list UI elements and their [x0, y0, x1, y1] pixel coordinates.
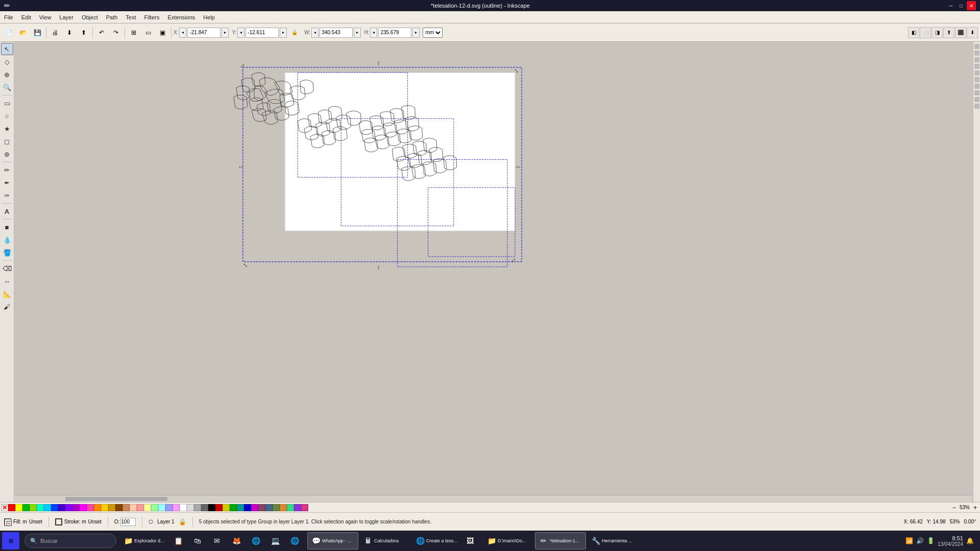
tweak-tool[interactable]: ⊕ — [1, 68, 13, 81]
undo-button[interactable]: ↶ — [95, 26, 108, 39]
taskbar-calculator[interactable]: 🖩 Calculadora — [359, 532, 410, 549]
snap-btn-1[interactable] — [974, 44, 979, 49]
restore-button[interactable]: □ — [957, 1, 966, 10]
color-darkblue[interactable] — [244, 504, 251, 511]
menu-view[interactable]: View — [35, 11, 56, 23]
redo-button[interactable]: ↷ — [109, 26, 122, 39]
h-down[interactable]: ◂ — [370, 28, 377, 38]
align-right-button[interactable]: ◨ — [932, 27, 943, 38]
color-extra4[interactable] — [280, 504, 287, 511]
box3d-tool[interactable]: ◻ — [1, 135, 13, 147]
eyedropper-tool[interactable]: 💧 — [1, 234, 13, 246]
color-peach[interactable] — [130, 504, 137, 511]
color-magenta[interactable] — [80, 504, 87, 511]
snap-btn-3[interactable] — [974, 57, 979, 62]
color-extra1[interactable] — [258, 504, 265, 511]
color-lightred[interactable] — [137, 504, 144, 511]
taskbar-whatsapp[interactable]: 💬 WhatsApp - ... — [307, 532, 358, 549]
color-darkcyan[interactable] — [237, 504, 244, 511]
color-tan[interactable] — [122, 504, 130, 511]
color-lightyellow[interactable] — [144, 504, 151, 511]
network-icon[interactable]: 📶 — [905, 537, 913, 544]
x-input[interactable] — [187, 28, 220, 38]
color-purple[interactable] — [72, 504, 80, 511]
taskbar-edge[interactable]: 🌐 — [249, 532, 267, 549]
close-button[interactable]: ✕ — [967, 1, 976, 10]
color-orange[interactable] — [94, 504, 101, 511]
pencil-tool[interactable]: ✏ — [1, 164, 13, 176]
color-lime[interactable] — [30, 504, 37, 511]
start-button[interactable]: ⊞ — [2, 532, 19, 549]
w-up[interactable]: ▸ — [354, 28, 361, 38]
text-tool[interactable]: A — [1, 205, 13, 217]
gradient-tool[interactable]: ■ — [1, 221, 13, 233]
h-up[interactable]: ▸ — [412, 28, 420, 38]
canvas-area[interactable]: ↔ ↔ ↔ ↔ ↕ ↕ ↔ ↔ — [14, 42, 980, 502]
color-blue[interactable] — [51, 504, 58, 511]
battery-icon[interactable]: 🔋 — [927, 537, 935, 544]
snap-btn-4[interactable] — [974, 64, 979, 69]
color-green[interactable] — [22, 504, 30, 511]
color-cyan[interactable] — [44, 504, 51, 511]
snap-btn-6[interactable] — [974, 77, 979, 82]
zoom-tool[interactable]: 🔍 — [1, 81, 13, 93]
h-input[interactable] — [378, 28, 411, 38]
zoom-fit-button[interactable]: ⊞ — [127, 26, 140, 39]
menu-file[interactable]: File — [0, 11, 17, 23]
snap-btn-8[interactable] — [974, 90, 979, 95]
unit-selector[interactable]: mmpxcmin — [423, 28, 443, 38]
rect-tool[interactable]: ▭ — [1, 97, 13, 109]
ellipse-tool[interactable]: ○ — [1, 110, 13, 122]
lock-icon[interactable]: 🔒 — [179, 518, 186, 525]
color-gold[interactable] — [108, 504, 115, 511]
open-button[interactable]: 📂 — [16, 26, 30, 39]
x-up[interactable]: ▸ — [222, 28, 229, 38]
color-darkgreen[interactable] — [230, 504, 237, 511]
calligraphy-tool[interactable]: ✑ — [1, 189, 13, 202]
taskbar-dmario[interactable]: 📁 D:\mario\Do... — [483, 532, 534, 549]
color-extra5[interactable] — [287, 504, 294, 511]
menu-layer[interactable]: Layer — [55, 11, 78, 23]
color-indigo[interactable] — [58, 504, 65, 511]
color-black[interactable] — [208, 504, 215, 511]
color-darkmagenta[interactable] — [251, 504, 258, 511]
taskbar-herramienta[interactable]: 🔧 Herramienta ... — [587, 532, 638, 549]
eraser-tool[interactable]: ⌫ — [1, 262, 13, 274]
color-amber[interactable] — [101, 504, 108, 511]
stroke-swatch[interactable] — [55, 518, 62, 525]
zoom-out-btn[interactable]: − — [952, 504, 956, 511]
fill-swatch[interactable]: ✕ — [4, 518, 11, 525]
taskbar-vscode[interactable]: 💻 — [268, 532, 287, 549]
snap-btn-10[interactable] — [974, 104, 979, 109]
spray-tool[interactable]: 🖌 — [1, 300, 13, 313]
w-down[interactable]: ◂ — [311, 28, 318, 38]
node-tool[interactable]: ◇ — [1, 56, 13, 68]
align-bottom-button[interactable]: ⬇ — [967, 27, 978, 38]
no-color-swatch[interactable]: ✕ — [1, 504, 8, 511]
color-brown[interactable] — [115, 504, 122, 511]
color-darkred[interactable] — [215, 504, 223, 511]
color-lightgray[interactable] — [187, 504, 194, 511]
taskbar-create-tess[interactable]: 🌐 Create a tess... — [411, 532, 462, 549]
color-lightblue[interactable] — [165, 504, 173, 511]
opacity-input[interactable] — [120, 518, 136, 526]
snap-btn-7[interactable] — [974, 84, 979, 89]
menu-text[interactable]: Text — [121, 11, 140, 23]
color-teal[interactable] — [37, 504, 44, 511]
taskbar-files2[interactable]: 📋 — [172, 532, 190, 549]
color-yellow[interactable] — [15, 504, 22, 511]
color-lightpink[interactable] — [173, 504, 180, 511]
menu-edit[interactable]: Edit — [17, 11, 35, 23]
spiral-tool[interactable]: ⊛ — [1, 148, 13, 160]
color-extra3[interactable] — [273, 504, 280, 511]
paint-bucket-tool[interactable]: 🪣 — [1, 246, 13, 259]
snap-btn-9[interactable] — [974, 97, 979, 102]
taskbar-chrome[interactable]: 🌐 — [288, 532, 306, 549]
color-red[interactable] — [8, 504, 15, 511]
align-left-button[interactable]: ◧ — [908, 27, 919, 38]
clock[interactable]: 8:51 13/04/2024 — [938, 535, 963, 547]
color-white[interactable] — [180, 504, 187, 511]
snap-btn-2[interactable] — [974, 51, 979, 56]
selector-tool[interactable]: ↖ — [1, 43, 13, 55]
menu-help[interactable]: Help — [199, 11, 219, 23]
